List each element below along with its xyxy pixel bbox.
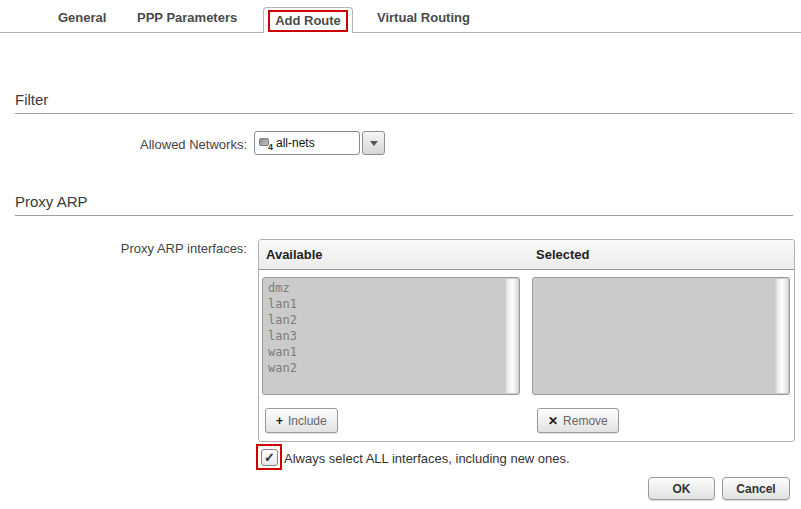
allowed-networks-label: Allowed Networks:: [0, 137, 247, 152]
remove-button[interactable]: ✕ Remove: [537, 408, 619, 433]
x-icon: ✕: [548, 414, 558, 428]
checkmark-icon: ✓: [264, 450, 275, 465]
always-select-checkbox[interactable]: ✓: [261, 449, 278, 466]
allowed-networks-dropdown[interactable]: 4 all-nets: [254, 131, 360, 155]
available-scrollbar[interactable]: [504, 279, 518, 393]
tab-general[interactable]: General: [58, 4, 106, 32]
selected-header: Selected: [536, 240, 589, 270]
list-item[interactable]: lan2: [268, 312, 519, 328]
proxy-arp-dual-list-panel: Available Selected dmz lan1 lan2 lan3 wa…: [258, 239, 795, 442]
available-listbox[interactable]: dmz lan1 lan2 lan3 wan1 wan2: [262, 277, 520, 395]
include-button[interactable]: + Include: [265, 408, 338, 433]
tab-add-route[interactable]: Add Route: [263, 7, 353, 33]
ip4-badge: 4: [268, 142, 273, 152]
list-item[interactable]: wan1: [268, 344, 519, 360]
filter-section-heading: Filter: [15, 91, 793, 114]
ip4-network-icon: 4: [259, 137, 273, 150]
allowed-networks-value: all-nets: [276, 136, 315, 150]
always-select-label: Always select ALL interfaces, including …: [284, 451, 570, 466]
list-item[interactable]: lan1: [268, 296, 519, 312]
cancel-button[interactable]: Cancel: [722, 477, 790, 500]
proxy-arp-interfaces-label: Proxy ARP interfaces:: [0, 241, 247, 256]
selected-listbox[interactable]: [532, 277, 790, 395]
dual-list-header: Available Selected: [259, 240, 794, 270]
chevron-down-icon: [370, 141, 378, 146]
tab-strip-divider: [0, 32, 801, 33]
proxy-arp-section-heading: Proxy ARP: [15, 193, 793, 216]
tab-virtual-routing[interactable]: Virtual Routing: [377, 4, 470, 32]
add-route-highlight-box: Add Route: [268, 10, 348, 32]
tab-ppp-parameters[interactable]: PPP Parameters: [137, 4, 237, 32]
include-button-label: Include: [288, 414, 327, 428]
remove-button-label: Remove: [563, 414, 608, 428]
list-item[interactable]: dmz: [268, 280, 519, 296]
selected-scrollbar[interactable]: [774, 279, 788, 393]
ok-button[interactable]: OK: [648, 477, 715, 500]
tab-bar: General PPP Parameters Add Route Virtual…: [0, 0, 801, 33]
available-header: Available: [266, 240, 323, 270]
allowed-networks-dropdown-button[interactable]: [362, 131, 385, 155]
list-item[interactable]: wan2: [268, 360, 519, 376]
plus-icon: +: [276, 414, 283, 428]
list-item[interactable]: lan3: [268, 328, 519, 344]
